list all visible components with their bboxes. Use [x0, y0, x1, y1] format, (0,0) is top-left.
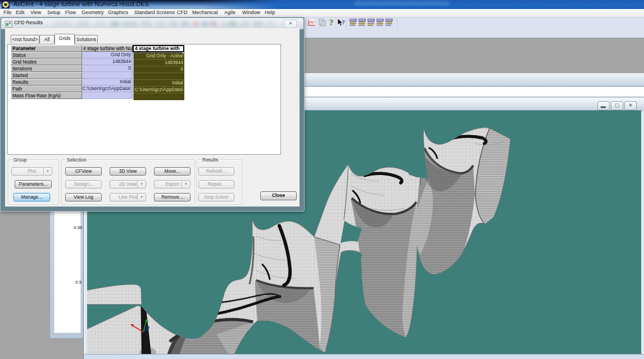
svg-text:?: ? [329, 18, 334, 27]
svg-text:Z: Z [149, 322, 152, 326]
svg-text:Y: Y [147, 315, 149, 318]
svg-text:?: ? [342, 19, 345, 25]
